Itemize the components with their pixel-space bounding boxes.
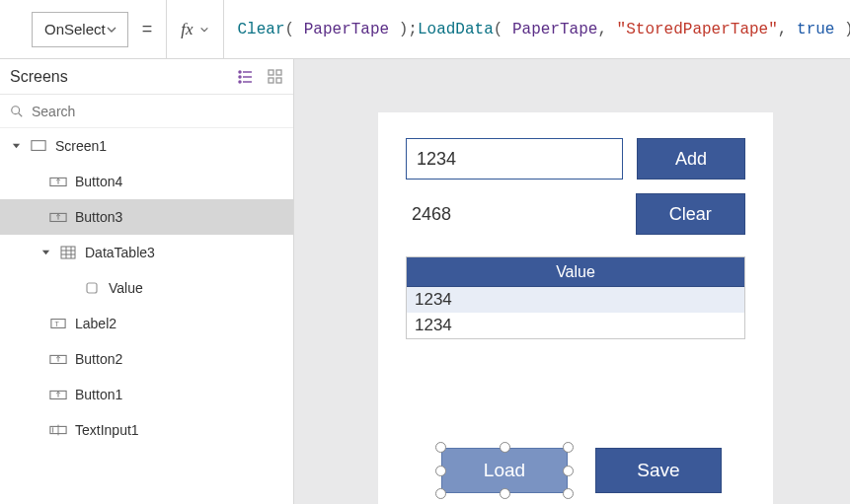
search-row bbox=[0, 95, 293, 128]
tree-item-label: Screen1 bbox=[55, 138, 107, 154]
sum-label: 2468 bbox=[406, 204, 622, 225]
fx-button[interactable]: fx bbox=[166, 0, 222, 59]
fx-label: fx bbox=[181, 20, 193, 39]
main-area: Screens Screen1Button4Button3DataTable3V… bbox=[0, 59, 850, 504]
search-input[interactable] bbox=[32, 104, 283, 119]
resize-handle[interactable] bbox=[563, 488, 574, 499]
save-button[interactable]: Save bbox=[595, 448, 722, 493]
column-icon bbox=[83, 280, 101, 296]
resize-handle[interactable] bbox=[563, 442, 574, 453]
tree-item-label: Button4 bbox=[75, 174, 122, 189]
svg-rect-8 bbox=[269, 78, 273, 83]
tree-header: Screens bbox=[0, 59, 293, 95]
button-icon bbox=[49, 387, 67, 402]
resize-handle[interactable] bbox=[500, 488, 510, 499]
formula-editor[interactable]: Clear( PaperTape );LoadData( PaperTape, … bbox=[223, 0, 851, 59]
table-row[interactable]: 1234 bbox=[407, 287, 744, 313]
svg-point-10 bbox=[12, 106, 20, 113]
formula-token: , bbox=[778, 21, 797, 38]
svg-point-3 bbox=[239, 71, 241, 73]
property-name: OnSelect bbox=[44, 21, 106, 37]
tree-item-label: Value bbox=[109, 280, 143, 296]
data-table-header: Value bbox=[407, 257, 744, 287]
formula-token: ); bbox=[389, 21, 418, 38]
search-icon bbox=[10, 105, 24, 118]
resize-handle[interactable] bbox=[435, 466, 446, 476]
tree-item-label: DataTable3 bbox=[85, 245, 155, 260]
svg-rect-9 bbox=[276, 78, 281, 83]
app-preview-frame: Add 2468 Clear Value 12341234 Load bbox=[378, 112, 773, 504]
tree-panel: Screens Screen1Button4Button3DataTable3V… bbox=[0, 59, 294, 504]
screen-icon bbox=[30, 138, 47, 154]
resize-handle[interactable] bbox=[500, 442, 510, 453]
button-icon bbox=[49, 174, 67, 189]
svg-line-11 bbox=[19, 112, 23, 116]
button-icon bbox=[49, 351, 67, 367]
tree-list: Screen1Button4Button3DataTable3ValueTLab… bbox=[0, 128, 293, 504]
formula-token: PaperTape bbox=[304, 21, 389, 38]
table-icon bbox=[59, 245, 77, 260]
tree-item-label: Label2 bbox=[75, 316, 116, 331]
data-table[interactable]: Value 12341234 bbox=[406, 256, 745, 339]
tree-item-datatable3[interactable]: DataTable3 bbox=[0, 235, 293, 270]
add-button[interactable]: Add bbox=[637, 138, 745, 180]
tree-item-button3[interactable]: Button3 bbox=[0, 199, 293, 235]
formula-token: true bbox=[797, 21, 834, 38]
formula-token: , bbox=[597, 21, 616, 38]
formula-token: LoadData bbox=[418, 21, 494, 38]
formula-token: Clear bbox=[238, 21, 285, 38]
chevron-down-icon bbox=[199, 25, 209, 35]
button-icon bbox=[49, 209, 67, 225]
chevron-down-icon[interactable] bbox=[10, 142, 22, 151]
svg-rect-15 bbox=[61, 247, 75, 258]
svg-text:T: T bbox=[54, 321, 59, 328]
tree-item-label2[interactable]: TLabel2 bbox=[0, 306, 293, 341]
equals-sign: = bbox=[142, 19, 153, 39]
tree-item-screen1[interactable]: Screen1 bbox=[0, 128, 293, 164]
svg-point-5 bbox=[239, 81, 241, 83]
svg-point-4 bbox=[239, 76, 241, 78]
load-button[interactable]: Load bbox=[441, 448, 568, 493]
selected-control-wrap: Load bbox=[441, 448, 568, 493]
formula-token: "StoredPaperTape" bbox=[617, 21, 778, 38]
tree-title: Screens bbox=[10, 68, 68, 86]
resize-handle[interactable] bbox=[435, 488, 446, 499]
chevron-down-icon[interactable] bbox=[39, 249, 51, 257]
tree-item-label: Button3 bbox=[75, 209, 122, 225]
label-icon: T bbox=[49, 316, 67, 331]
chevron-down-icon bbox=[106, 24, 117, 36]
clear-button[interactable]: Clear bbox=[636, 193, 745, 235]
text-input[interactable] bbox=[406, 138, 623, 180]
property-selector[interactable]: OnSelect bbox=[32, 12, 128, 47]
formula-token: ( bbox=[494, 21, 512, 38]
tree-view-grid-icon[interactable] bbox=[268, 69, 283, 85]
formula-token: PaperTape bbox=[512, 21, 597, 38]
tree-item-textinput1[interactable]: TextInput1 bbox=[0, 412, 293, 448]
textinput-icon bbox=[49, 422, 67, 438]
tree-item-label: TextInput1 bbox=[75, 422, 139, 438]
svg-rect-20 bbox=[87, 283, 97, 293]
formula-token: ) bbox=[834, 21, 850, 38]
tree-item-button1[interactable]: Button1 bbox=[0, 377, 293, 412]
svg-rect-7 bbox=[276, 70, 281, 75]
table-row[interactable]: 1234 bbox=[407, 313, 744, 338]
tree-item-button2[interactable]: Button2 bbox=[0, 341, 293, 377]
tree-item-value[interactable]: Value bbox=[0, 270, 293, 306]
formula-token: ( bbox=[285, 21, 304, 38]
resize-handle[interactable] bbox=[563, 466, 574, 476]
tree-item-button4[interactable]: Button4 bbox=[0, 164, 293, 199]
svg-rect-6 bbox=[269, 70, 273, 75]
resize-handle[interactable] bbox=[435, 442, 446, 453]
tree-view-list-icon[interactable] bbox=[238, 69, 254, 85]
formula-bar: OnSelect = fx Clear( PaperTape );LoadDat… bbox=[0, 0, 850, 59]
tree-item-label: Button2 bbox=[75, 351, 122, 367]
canvas-area[interactable]: Add 2468 Clear Value 12341234 Load bbox=[294, 59, 850, 504]
tree-item-label: Button1 bbox=[75, 387, 122, 402]
svg-rect-12 bbox=[32, 141, 45, 151]
